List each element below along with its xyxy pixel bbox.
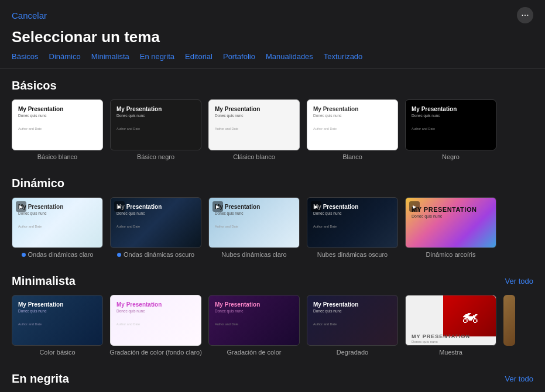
see-all-negrita-button[interactable]: Ver todo [505, 374, 533, 383]
section-header-negrita: En negrita Ver todo [12, 372, 533, 386]
theme-thumb-color-basico: My PresentationDonec quis nuncAuthor and… [12, 295, 103, 346]
theme-item-muestra[interactable]: 🏍MY PRESENTATIONDonec quis nuncMuestra [405, 295, 496, 356]
card-author: Author and Date [116, 225, 195, 228]
theme-label-text: Ondas dinámicas claro [28, 251, 94, 258]
card-subtitle: Donec quis nunc [412, 114, 490, 118]
card-subtitle: Donec quis nunc [215, 309, 293, 313]
card-content: My PresentationDonec quis nuncAuthor and… [307, 100, 397, 136]
theme-label: Dinámico arcoíris [426, 251, 476, 258]
card-title: MY PRESENTATION [412, 206, 490, 213]
card-content: My PresentationDonec quis nuncAuthor and… [209, 100, 299, 136]
theme-label: Color básico [39, 349, 75, 356]
theme-label-text: Ondas dinámicas oscuro [124, 251, 194, 258]
theme-thumb-nubes-claro: ▶My PresentationDonec quis nuncAuthor an… [208, 197, 300, 248]
nav-tab-básicos[interactable]: Básicos [12, 52, 39, 61]
nav-tab-en-negrita[interactable]: En negrita [140, 52, 174, 61]
theme-item-negro[interactable]: My PresentationDonec quis nuncAuthor and… [405, 99, 496, 160]
card-subtitle: Donec quis nunc [116, 309, 195, 313]
page-title: Seleccionar un tema [0, 28, 545, 52]
theme-item-gradacion-fondo-claro[interactable]: My PresentationDonec quis nuncAuthor and… [110, 295, 201, 356]
theme-thumb-blanco: My PresentationDonec quis nuncAuthor and… [307, 99, 398, 150]
card-title: My Presentation [215, 204, 293, 210]
card-title: My Presentation [116, 204, 195, 210]
theme-thumb-basico-blanco: My PresentationDonec quis nuncAuthor and… [12, 99, 103, 150]
nav-tab-dinámico[interactable]: Dinámico [49, 52, 81, 61]
card-author: Author and Date [116, 127, 195, 130]
nav-tab-editorial[interactable]: Editorial [185, 52, 212, 61]
theme-item-nubes-claro[interactable]: ▶My PresentationDonec quis nuncAuthor an… [208, 197, 300, 258]
theme-item-blanco[interactable]: My PresentationDonec quis nuncAuthor and… [307, 99, 398, 160]
section-header-minimalist: Minimalista Ver todo [12, 274, 533, 288]
nav-tab-minimalista[interactable]: Minimalista [91, 52, 129, 61]
theme-thumb-gradacion-fondo-claro: My PresentationDonec quis nuncAuthor and… [110, 295, 201, 346]
card-author: Author and Date [215, 225, 293, 228]
card-subtitle: Donec quis nunc [215, 114, 293, 118]
color-dot [117, 253, 121, 257]
theme-thumb-clasico-blanco: My PresentationDonec quis nuncAuthor and… [208, 99, 300, 150]
header: Cancelar ··· [0, 0, 545, 28]
theme-label: Básico negro [137, 153, 174, 160]
card-subtitle: Donec quis nunc [412, 214, 490, 218]
card-title: My Presentation [313, 301, 392, 308]
play-icon: ▶ [212, 201, 223, 212]
theme-label: Gradación de color (fondo claro) [109, 349, 202, 356]
card-subtitle: Donec quis nunc [116, 114, 195, 118]
nav-tabs: BásicosDinámicoMinimalistaEn negritaEdit… [0, 52, 545, 68]
card-title: My Presentation [18, 301, 97, 308]
theme-item-nubes-oscuro[interactable]: ▶My PresentationDonec quis nuncAuthor an… [307, 197, 398, 258]
section-basics: Básicos My PresentationDonec quis nuncAu… [0, 68, 545, 166]
card-title: My Presentation [313, 106, 392, 112]
nav-tab-manualidades[interactable]: Manualidades [266, 52, 313, 61]
cancel-button[interactable]: Cancelar [12, 11, 47, 20]
theme-item-ondas-oscuro[interactable]: ▶My PresentationDonec quis nuncAuthor an… [110, 197, 201, 258]
theme-item-dinamico-arcoiris[interactable]: ▶MY PRESENTATIONDonec quis nuncDinámico … [405, 197, 496, 258]
see-all-minimalist-button[interactable]: Ver todo [505, 277, 533, 286]
card-author: Author and Date [18, 322, 97, 326]
nav-tab-texturizado[interactable]: Texturizado [324, 52, 362, 61]
more-options-button[interactable]: ··· [517, 7, 533, 23]
nav-tab-portafolio[interactable]: Portafolio [223, 52, 255, 61]
section-header-dynamic: Dinámico [12, 177, 533, 190]
theme-item-ondas-claro[interactable]: ▶My PresentationDonec quis nuncAuthor an… [12, 197, 103, 258]
theme-thumb-negro: My PresentationDonec quis nuncAuthor and… [405, 99, 496, 150]
more-icon: ··· [521, 10, 529, 20]
color-dot [22, 253, 26, 257]
minimalist-theme-grid: My PresentationDonec quis nuncAuthor and… [12, 295, 533, 356]
theme-label: Básico blanco [37, 153, 78, 160]
theme-item-color-basico[interactable]: My PresentationDonec quis nuncAuthor and… [12, 295, 103, 356]
theme-thumb-ondas-claro: ▶My PresentationDonec quis nuncAuthor an… [12, 197, 103, 248]
basics-theme-grid: My PresentationDonec quis nuncAuthor and… [12, 99, 533, 160]
theme-item-basico-blanco[interactable]: My PresentationDonec quis nuncAuthor and… [12, 99, 103, 160]
card-subtitle: Donec quis nunc [18, 211, 97, 215]
theme-label: Blanco [342, 153, 362, 160]
theme-thumb-muestra: 🏍MY PRESENTATIONDonec quis nunc [405, 295, 496, 346]
theme-thumb-basico-negro: My PresentationDonec quis nuncAuthor and… [110, 99, 201, 150]
section-header-basics: Básicos [12, 79, 533, 92]
theme-label: Degradado [337, 349, 368, 356]
card-subtitle: Donec quis nunc [313, 309, 392, 313]
section-title-negrita: En negrita [12, 372, 69, 386]
theme-thumb-ondas-oscuro: ▶My PresentationDonec quis nuncAuthor an… [110, 197, 201, 248]
theme-thumb-dinamico-arcoiris: ▶MY PRESENTATIONDonec quis nunc [405, 197, 496, 248]
card-author: Author and Date [116, 322, 195, 326]
card-author: Author and Date [18, 127, 97, 130]
card-author: Author and Date [215, 322, 293, 326]
theme-item-basico-negro[interactable]: My PresentationDonec quis nuncAuthor and… [110, 99, 201, 160]
theme-item-clasico-blanco[interactable]: My PresentationDonec quis nuncAuthor and… [208, 99, 300, 160]
card-title: My Presentation [18, 204, 97, 210]
card-title: My Presentation [215, 106, 293, 112]
card-subtitle: Donec quis nunc [412, 340, 438, 343]
theme-label: Nubes dinámicas oscuro [317, 251, 388, 258]
section-negrita: En negrita Ver todo 👩MY PRESENTATION👩‍🦳M… [0, 362, 545, 392]
dynamic-theme-grid: ▶My PresentationDonec quis nuncAuthor an… [12, 197, 533, 258]
play-icon: ▶ [114, 201, 125, 212]
section-title-dynamic: Dinámico [12, 177, 64, 190]
card-subtitle: Donec quis nunc [313, 211, 392, 215]
theme-item-gradacion-color[interactable]: My PresentationDonec quis nuncAuthor and… [208, 295, 300, 356]
card-subtitle: Donec quis nunc [18, 309, 97, 313]
card-title: My Presentation [412, 106, 490, 112]
partial-theme-hint [503, 295, 515, 346]
theme-item-degradado[interactable]: My PresentationDonec quis nuncAuthor and… [307, 295, 398, 356]
section-title-minimalist: Minimalista [12, 274, 76, 288]
theme-thumb-gradacion-color: My PresentationDonec quis nuncAuthor and… [208, 295, 300, 346]
